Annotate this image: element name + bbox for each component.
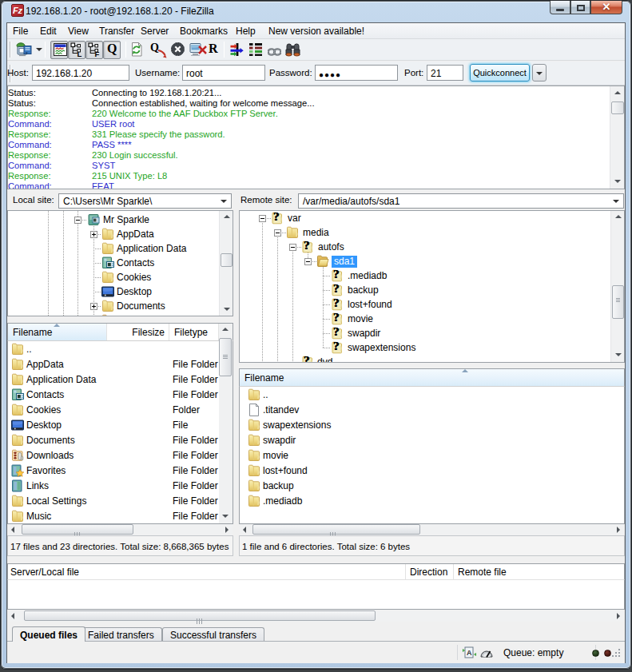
svg-text:F: F [95, 50, 100, 58]
svg-text:L: L [78, 50, 82, 58]
svg-text:A: A [467, 649, 472, 657]
